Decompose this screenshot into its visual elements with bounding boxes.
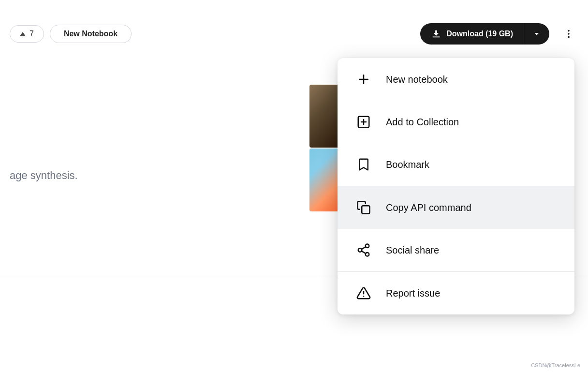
upvote-count: 7 <box>29 30 34 38</box>
download-group: Download (19 GB) <box>420 23 549 45</box>
bookmark-icon <box>355 156 372 173</box>
svg-line-12 <box>362 251 366 254</box>
download-label: Download (19 GB) <box>446 30 513 38</box>
plus-icon <box>355 71 372 88</box>
warning-icon <box>355 284 372 302</box>
menu-item-social-share[interactable]: Social share <box>338 229 574 271</box>
menu-item-add-to-collection[interactable]: Add to Collection <box>338 101 574 143</box>
toolbar: 7 New Notebook Download (19 GB) <box>0 23 588 45</box>
menu-label-add-to-collection: Add to Collection <box>386 117 459 128</box>
thumbnail-2 <box>309 149 338 211</box>
svg-rect-8 <box>362 206 369 213</box>
download-button[interactable]: Download (19 GB) <box>420 24 524 44</box>
collection-icon <box>355 113 372 131</box>
menu-label-new-notebook: New notebook <box>386 74 448 85</box>
menu-label-social-share: Social share <box>386 245 439 256</box>
svg-point-1 <box>568 33 570 35</box>
copy-icon <box>355 199 372 216</box>
svg-point-2 <box>568 36 570 38</box>
menu-item-new-notebook[interactable]: New notebook <box>338 58 574 101</box>
upvote-arrow-icon <box>20 32 26 36</box>
menu-label-report-issue: Report issue <box>386 288 440 299</box>
menu-item-copy-api[interactable]: Copy API command <box>338 186 574 229</box>
attribution-text: CSDN@TracelessLe <box>531 362 580 368</box>
upvote-button[interactable]: 7 <box>10 25 44 43</box>
chevron-down-icon <box>532 29 542 39</box>
download-icon <box>431 29 441 39</box>
menu-label-bookmark: Bookmark <box>386 159 429 170</box>
share-icon <box>355 241 372 259</box>
download-dropdown-button[interactable] <box>524 24 549 44</box>
dropdown-menu: New notebook Add to Collection Bookmark <box>338 58 574 314</box>
thumbnail-images <box>309 85 338 211</box>
new-notebook-label: New Notebook <box>64 30 118 38</box>
svg-point-0 <box>568 30 570 32</box>
menu-item-report-issue[interactable]: Report issue <box>338 272 574 314</box>
more-dots-icon <box>563 29 574 39</box>
new-notebook-button[interactable]: New Notebook <box>50 25 132 43</box>
page-body-text: age synthesis. <box>10 169 78 182</box>
thumbnail-1 <box>309 85 338 148</box>
menu-label-copy-api: Copy API command <box>386 202 471 213</box>
more-options-button[interactable] <box>559 24 578 44</box>
menu-item-bookmark[interactable]: Bookmark <box>338 143 574 186</box>
svg-line-13 <box>362 247 366 249</box>
